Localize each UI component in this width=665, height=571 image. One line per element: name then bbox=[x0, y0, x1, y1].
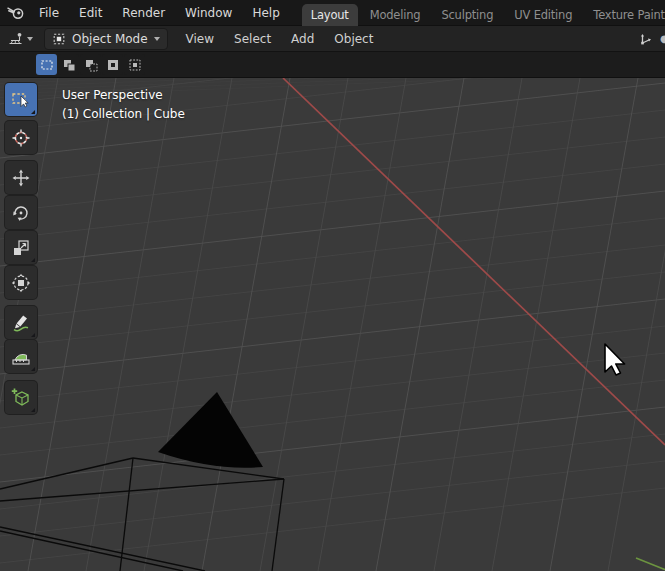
select-extend-icon bbox=[61, 57, 77, 73]
mode-dropdown[interactable]: Object Mode bbox=[44, 28, 168, 50]
tool-annotate-button[interactable] bbox=[5, 306, 37, 339]
menu-render[interactable]: Render bbox=[112, 0, 175, 25]
3d-viewport[interactable]: User Perspective (1) Collection | Cube bbox=[0, 78, 665, 571]
clipped-header-icon: ● bbox=[660, 32, 665, 46]
tab-layout[interactable]: Layout bbox=[302, 4, 358, 26]
tool-transform-button[interactable] bbox=[5, 266, 37, 299]
object-mode-icon bbox=[52, 32, 66, 46]
menu-file[interactable]: File bbox=[29, 0, 69, 25]
transform-icon bbox=[11, 273, 31, 293]
viewport-overlay-text: User Perspective (1) Collection | Cube bbox=[62, 86, 185, 124]
tab-modeling[interactable]: Modeling bbox=[361, 4, 430, 26]
move-icon bbox=[11, 168, 31, 188]
select-mode-subtract-button[interactable] bbox=[80, 54, 101, 75]
scale-icon bbox=[11, 238, 31, 258]
menu-view[interactable]: View bbox=[176, 32, 224, 46]
app-menu-button[interactable] bbox=[0, 0, 29, 25]
cube-wireframe-object[interactable] bbox=[0, 458, 284, 571]
tab-sculpting[interactable]: Sculpting bbox=[432, 4, 502, 26]
chevron-down-icon bbox=[27, 37, 33, 41]
chevron-down-icon bbox=[154, 37, 160, 41]
view-perspective-label: User Perspective bbox=[62, 86, 185, 105]
menu-edit[interactable]: Edit bbox=[69, 0, 112, 25]
viewport-editor-icon bbox=[8, 31, 24, 47]
mode-dropdown-value: Object Mode bbox=[72, 32, 148, 46]
select-subtract-icon bbox=[83, 57, 99, 73]
tab-uv-editing[interactable]: UV Editing bbox=[505, 4, 581, 26]
collection-breadcrumb: (1) Collection | Cube bbox=[62, 105, 185, 124]
viewport-header: Object Mode View Select Add Object ● bbox=[0, 26, 665, 52]
gizmo-axes-icon bbox=[638, 31, 654, 47]
select-mode-set-button[interactable] bbox=[36, 54, 57, 75]
tool-rotate-button[interactable] bbox=[5, 196, 37, 229]
select-mode-extend-button[interactable] bbox=[58, 54, 79, 75]
select-set-icon bbox=[39, 57, 55, 73]
menu-add[interactable]: Add bbox=[281, 32, 324, 46]
select-box-icon bbox=[11, 90, 31, 110]
menu-help[interactable]: Help bbox=[242, 0, 289, 25]
rotate-icon bbox=[11, 203, 31, 223]
transform-gizmos-button[interactable] bbox=[634, 29, 658, 49]
workspace-tabs: Layout Modeling Sculpting UV Editing Tex… bbox=[302, 0, 665, 26]
cursor-3d-icon bbox=[11, 128, 31, 148]
y-axis-green-line bbox=[636, 558, 665, 570]
add-cube-icon bbox=[10, 387, 32, 409]
floor-grid bbox=[0, 78, 665, 571]
tool-settings-bar bbox=[0, 52, 665, 78]
annotate-pencil-icon bbox=[11, 313, 31, 333]
tool-select-box-button[interactable] bbox=[5, 83, 37, 116]
tool-move-button[interactable] bbox=[5, 161, 37, 194]
menu-select[interactable]: Select bbox=[224, 32, 281, 46]
tab-texture-paint[interactable]: Texture Paint bbox=[584, 4, 665, 26]
tool-cursor-button[interactable] bbox=[5, 121, 37, 154]
blender-logo-icon bbox=[7, 6, 25, 20]
select-intersect-icon bbox=[127, 57, 143, 73]
tool-scale-button[interactable] bbox=[5, 231, 37, 264]
tool-measure-button[interactable] bbox=[5, 340, 37, 373]
select-mode-invert-button[interactable] bbox=[102, 54, 123, 75]
select-mode-intersect-button[interactable] bbox=[124, 54, 145, 75]
viewport-canvas bbox=[0, 78, 665, 571]
topbar: File Edit Render Window Help Layout Mode… bbox=[0, 0, 665, 26]
select-invert-icon bbox=[105, 57, 121, 73]
menu-window[interactable]: Window bbox=[175, 0, 242, 25]
menu-object[interactable]: Object bbox=[324, 32, 383, 46]
measure-icon bbox=[11, 347, 31, 367]
tool-add-cube-button[interactable] bbox=[5, 381, 37, 414]
editor-type-selector[interactable] bbox=[0, 29, 39, 49]
